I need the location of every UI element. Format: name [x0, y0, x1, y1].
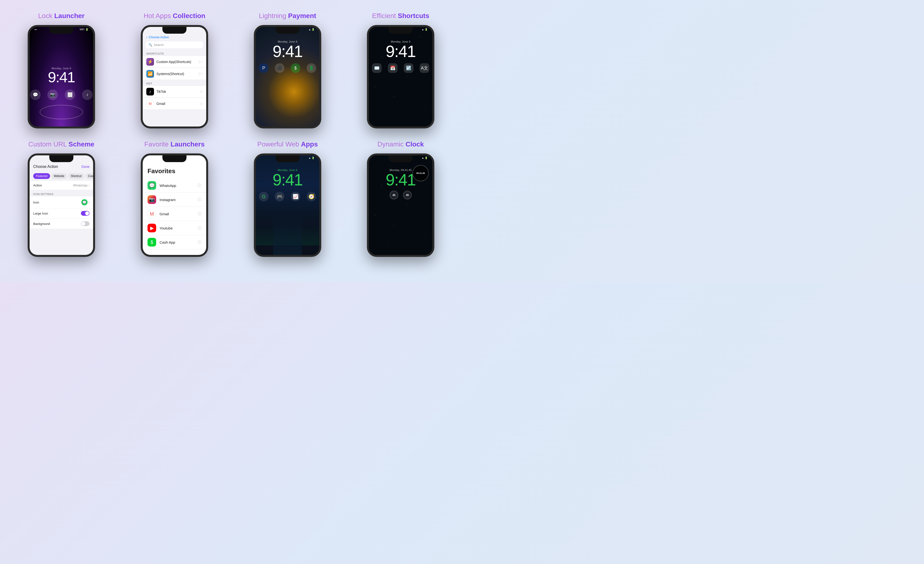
title-clock: Dynamic Clock	[378, 141, 424, 148]
tab-custom[interactable]: Custom	[86, 173, 95, 179]
background-toggle[interactable]	[81, 221, 90, 226]
tab-shortcut[interactable]: Shortcut	[68, 173, 84, 179]
apps-search-bar[interactable]: 🔍 Search	[146, 41, 203, 48]
google-webapp-icon[interactable]: G	[259, 192, 268, 201]
action-row[interactable]: Action WhatsApp ›	[30, 181, 93, 190]
screen-apps: ‹ Choose Action 🔍 Search SHORTCUTS ⚡ Cus…	[143, 27, 206, 127]
phone-light-1	[61, 27, 62, 30]
chart-webapp-icon[interactable]: 📈	[291, 192, 300, 201]
checklist-shortcut-icon[interactable]: ☑️	[404, 63, 413, 73]
gmail-fav-label: Gmail	[159, 212, 198, 216]
payment-time: 9:41	[273, 43, 303, 60]
lock-icon-whatsapp[interactable]: 💬	[30, 90, 40, 100]
payment-icons-row: P ⬛ $ 💲	[259, 63, 316, 73]
app-row-gmail[interactable]: M Gmail ⓘ	[143, 98, 206, 110]
app-row-custom-shortcuts[interactable]: ⚡ Custom App(Shortcuts) ⓘ ›	[143, 56, 206, 68]
lock-icons: 💬 📷 ⬜ ♪	[30, 90, 93, 100]
fav-row-whatsapp[interactable]: 💬 WhatsApp ⓘ	[143, 178, 206, 193]
app-row-systems-shortcut[interactable]: 📶 Systems(Shortcut) ⓘ ›	[143, 68, 206, 80]
screen-shortcuts: ▲ 🔋 Monday, June 6 9:41 ✉️ 📅 ☑️ A文	[369, 27, 432, 127]
cell-clock: Dynamic Clock 09:41:45 ▲ 🔋 Monday, 09:41…	[344, 136, 457, 264]
apps-back-label[interactable]: Choose Action	[149, 35, 169, 39]
clock-circle-1: 45	[390, 191, 398, 199]
gmail-info: ⓘ	[200, 102, 202, 106]
whatsapp-fav-label: WhatsApp	[159, 184, 198, 188]
favorites-header: Favorites	[143, 156, 206, 178]
paypal-icon[interactable]: P	[259, 63, 268, 73]
tab-featured[interactable]: Featured	[33, 173, 50, 179]
title-shortcuts: Efficient Shortcuts	[372, 12, 429, 20]
phone-light-5	[61, 156, 62, 158]
custom-done-button[interactable]: Done	[82, 165, 90, 169]
background-row[interactable]: Background	[30, 218, 93, 229]
title-lock-launcher: Lock Launcher	[38, 12, 85, 20]
cell-lock-launcher: Lock Launcher ▪▪▪ WiFi 🔋 Monday, June 6 …	[5, 7, 118, 136]
webapps-icons-row: G 🎮 📈 🧭	[259, 192, 316, 201]
cell-favorites: Favorite Launchers Favorites 💬 WhatsApp …	[118, 136, 231, 264]
fav-row-youtube[interactable]: ▶ Youtube ⓘ	[143, 221, 206, 235]
lock-icon-camera[interactable]: 📷	[47, 90, 58, 100]
whatsapp-icon-preview: 💬	[81, 199, 88, 205]
title-webapps: Powerful Web Apps	[257, 141, 318, 148]
email-shortcut-icon[interactable]: ✉️	[372, 63, 382, 73]
phone-hot-apps: ‹ Choose Action 🔍 Search SHORTCUTS ⚡ Cus…	[141, 25, 208, 129]
dollar-icon[interactable]: 💲	[306, 63, 316, 73]
instagram-fav-icon: 📷	[147, 195, 156, 204]
shortcuts-time: 9:41	[386, 43, 416, 60]
lock-icon-tiktok[interactable]: ♪	[82, 90, 93, 100]
title-custom-url: Custom URL Scheme	[28, 141, 94, 148]
cashapp-fav-label: Cash App	[159, 240, 198, 244]
tiktok-info: ⓘ	[200, 90, 202, 94]
phone-favorites: Favorites 💬 WhatsApp ⓘ 📷 Instagram ⓘ	[141, 153, 208, 257]
large-icon-row[interactable]: Large Icon	[30, 208, 93, 218]
whatsapp-fav-info: ⓘ	[198, 183, 201, 188]
status-bar-3: ▲ 🔋	[256, 28, 319, 31]
background-label: Background	[33, 222, 50, 226]
icon-label: Icon	[33, 200, 39, 204]
action-label: Action	[33, 184, 42, 187]
game-webapp-icon[interactable]: 🎮	[275, 192, 284, 201]
lock-circle-decoration	[40, 105, 83, 119]
instagram-fav-label: Instagram	[159, 198, 198, 202]
phone-light-4	[400, 27, 401, 30]
status-bar-7: ▲ 🔋	[256, 157, 319, 159]
phone-light-2	[174, 27, 175, 30]
apps-back-arrow[interactable]: ‹	[146, 35, 147, 39]
cell-custom-url: Custom URL Scheme Choose Action Done Fea…	[5, 136, 118, 264]
screen-custom: Choose Action Done Featured Website Shor…	[30, 156, 93, 255]
fav-row-instagram[interactable]: 📷 Instagram ⓘ	[143, 193, 206, 207]
app-row-tiktok[interactable]: ♪ TikTok ⓘ	[143, 86, 206, 98]
cashapp-fav-icon: $	[147, 238, 156, 247]
translate-shortcut-icon[interactable]: A文	[420, 63, 429, 73]
large-icon-label: Large Icon	[33, 212, 48, 215]
compass-webapp-icon[interactable]: 🧭	[306, 192, 316, 201]
search-placeholder: Search	[154, 43, 164, 47]
fav-row-cashapp[interactable]: $ Cash App ⓘ	[143, 235, 206, 250]
phone-payment: ▲ 🔋 Monday, June 6 9:41 P ⬛ $ 💲	[254, 25, 321, 129]
gmail-label: Gmail	[156, 102, 200, 106]
phone-clock: 09:41:45 ▲ 🔋 Monday, 09:41:45 9:41 45 45	[367, 153, 434, 257]
phone-light-8	[400, 156, 401, 158]
tab-website[interactable]: Website	[51, 173, 67, 179]
cashapp-icon[interactable]: $	[291, 63, 300, 73]
section-shortcuts: SHORTCUTS	[143, 50, 206, 56]
custom-header: Choose Action Done	[30, 156, 93, 171]
lock-icon-screen[interactable]: ⬜	[65, 90, 75, 100]
lock-time: 9:41	[48, 70, 75, 85]
gmail-fav-icon: M	[147, 209, 156, 218]
large-icon-toggle[interactable]	[81, 211, 90, 216]
status-bar-4: ▲ 🔋	[369, 28, 432, 31]
custom-shortcuts-icon: ⚡	[146, 58, 154, 66]
fav-row-gmail[interactable]: M Gmail ⓘ	[143, 207, 206, 221]
barcode-icon[interactable]: ⬛	[275, 63, 284, 73]
main-grid: Lock Launcher ▪▪▪ WiFi 🔋 Monday, June 6 …	[0, 0, 462, 271]
systems-shortcut-icon: 📶	[146, 70, 154, 78]
phone-light-6	[174, 156, 175, 158]
calendar-shortcut-icon[interactable]: 📅	[388, 63, 398, 73]
youtube-fav-info: ⓘ	[198, 226, 201, 230]
webapps-time: 9:41	[273, 172, 303, 188]
cell-payment: Lightning Payment ▲ 🔋 Monday, June 6 9:4…	[231, 7, 344, 136]
icon-row[interactable]: Icon 💬 ›	[30, 196, 93, 208]
systems-shortcut-info: ⓘ ›	[198, 72, 202, 76]
apps-header: ‹ Choose Action	[143, 27, 206, 41]
